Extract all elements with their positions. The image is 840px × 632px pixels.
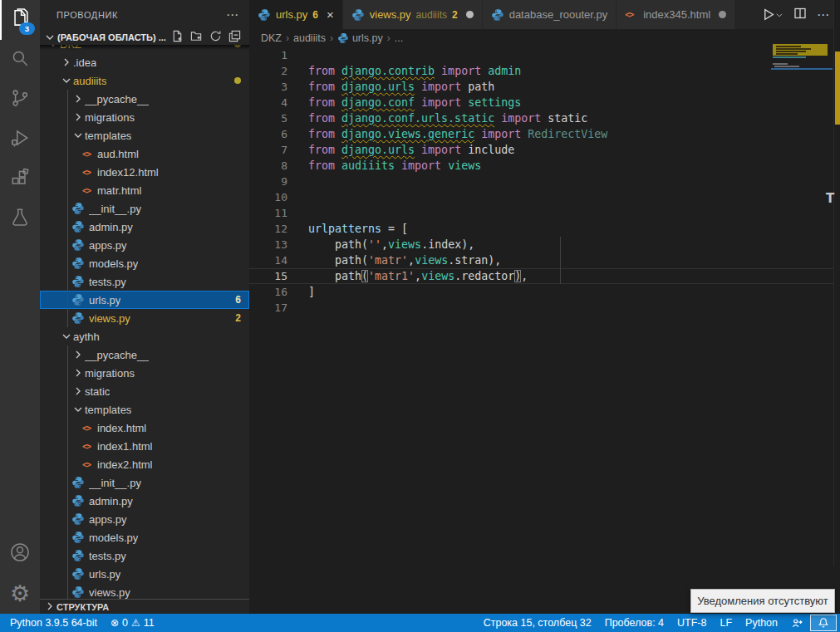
line-number: 3 [249, 79, 287, 95]
status-problems[interactable]: ⊗0⚠11 [104, 614, 161, 632]
code-line-14: 14 path('matr',views.stran), [249, 252, 840, 268]
tab-views-py[interactable]: views.pyaudiiits2 [343, 0, 483, 29]
activity-item-settings[interactable]: ⚙ [0, 574, 40, 614]
tree-file-apps-py[interactable]: apps.py [40, 236, 249, 254]
status-bar: Python 3.9.5 64-bit⊗0⚠11 Строка 15, стол… [0, 614, 840, 632]
tree-file-views-py[interactable]: views.py [40, 583, 249, 600]
tree-folder-audiiits[interactable]: audiiits [40, 71, 249, 90]
explorer-more-actions-icon[interactable]: ⋯ [226, 7, 239, 22]
code-line-1: 1 [249, 47, 840, 63]
tab-label: urls.py [276, 8, 307, 21]
status-language-mode[interactable]: Python [739, 614, 784, 632]
minimap[interactable] [771, 0, 833, 566]
tree-folder--pycache-[interactable]: __pycache__ [40, 90, 249, 108]
tree-file-urls-py[interactable]: urls.py6 [40, 291, 249, 309]
tab-label: views.py [370, 8, 411, 21]
tree-file-models-py[interactable]: models.py [40, 528, 249, 546]
activity-item-run-debug[interactable] [0, 120, 40, 159]
chevron-down-icon [43, 31, 56, 44]
tree-item-label: __pycache__ [85, 349, 149, 361]
status-encoding[interactable]: UTF-8 [671, 614, 713, 632]
dirty-dot-icon[interactable] [466, 11, 474, 18]
tree-file-urls-py[interactable]: urls.py [40, 565, 249, 583]
collapse-all-icon[interactable] [228, 30, 241, 44]
explorer-title: ПРОВОДНИК [56, 10, 118, 20]
chevron-right-icon [71, 348, 85, 361]
tree-folder-dkz[interactable]: DKZ [40, 45, 249, 53]
tab-urls-py[interactable]: urls.py6× [249, 0, 343, 29]
tree-file-aud-html[interactable]: <>aud.html [40, 145, 249, 163]
source-control-icon [9, 87, 31, 112]
activity-item-explorer[interactable]: 3 [0, 0, 40, 40]
status-notifications[interactable] [810, 615, 837, 631]
activity-item-account[interactable] [0, 534, 40, 574]
python-file-icon [71, 549, 85, 562]
tree-item-label: matr.html [97, 184, 141, 197]
tree-folder-templates[interactable]: templates [40, 126, 249, 145]
tree-folder-migrations[interactable]: migrations [40, 364, 249, 382]
overview-ruler[interactable] [833, 0, 840, 566]
tree-file--init-py[interactable]: __init__.py [40, 199, 249, 218]
tree-item-label: templates [85, 404, 131, 416]
tree-file-index12-html[interactable]: <>index12.html [40, 163, 249, 181]
dirty-dot-icon[interactable] [719, 11, 726, 18]
tree-file-tests-py[interactable]: tests.py [40, 272, 249, 291]
outline-section-label: СТРУКТУРА [56, 602, 109, 612]
activity-item-extensions[interactable] [0, 159, 40, 199]
tree-folder-templates[interactable]: templates [40, 400, 249, 419]
tree-item-label: DKZ [60, 45, 81, 51]
chevron-right-icon [60, 56, 73, 69]
breadcrumb: DKZ›audiiits›urls.py›... [249, 29, 840, 47]
activity-item-testing[interactable] [0, 199, 40, 239]
tree-folder--idea[interactable]: .idea [40, 53, 249, 71]
tree-folder-migrations[interactable]: migrations [40, 108, 249, 126]
code-line-16: 16] [249, 284, 840, 300]
tree-folder-static[interactable]: static [40, 382, 249, 400]
tree-file-apps-py[interactable]: apps.py [40, 510, 249, 528]
tree-file-index-html[interactable]: <>index.html [40, 419, 249, 437]
activity-item-search[interactable] [0, 40, 40, 80]
code-line-11: 11 [249, 205, 840, 221]
tree-file-index1-html[interactable]: <>index1.html [40, 437, 249, 455]
tab-index345-html[interactable]: <>index345.html [616, 0, 735, 29]
tree-file-views-py[interactable]: views.py2 [40, 309, 249, 327]
tree-folder--pycache-[interactable]: __pycache__ [40, 345, 249, 364]
tree-folder-aythh[interactable]: aythh [40, 327, 249, 345]
breadcrumb-item[interactable]: urls.py [337, 32, 383, 44]
activity-item-source-control[interactable] [0, 80, 40, 120]
status-indentation[interactable]: Пробелов: 4 [598, 614, 671, 632]
python-file-icon [71, 257, 85, 270]
breadcrumb-item[interactable]: audiiits [293, 32, 326, 44]
breadcrumb-item[interactable]: ... [395, 32, 403, 44]
line-number: 5 [249, 110, 287, 126]
status-feedback[interactable] [784, 614, 810, 632]
tab-label: index345.html [643, 8, 710, 21]
tab-database-roouter-py[interactable]: database_roouter.py [483, 0, 617, 29]
line-number: 15 [249, 268, 287, 284]
breadcrumb-separator: › [286, 32, 289, 44]
workspace-section-header[interactable]: (РАБОЧАЯ ОБЛАСТЬ) ... [40, 29, 249, 45]
tree-file-admin-py[interactable]: admin.py [40, 492, 249, 510]
status-cursor-position[interactable]: Строка 15, столбец 32 [477, 614, 598, 632]
tree-item-label: migrations [85, 111, 135, 124]
line-number: 10 [249, 189, 287, 205]
tree-file-index2-html[interactable]: <>index2.html [40, 455, 249, 473]
new-folder-icon[interactable] [190, 30, 203, 44]
tree-file-admin-py[interactable]: admin.py [40, 218, 249, 236]
breadcrumb-item[interactable]: DKZ [261, 32, 282, 44]
close-icon[interactable]: × [327, 7, 334, 22]
new-file-icon[interactable] [171, 30, 184, 44]
tree-file-matr-html[interactable]: <>matr.html [40, 181, 249, 199]
tree-item-label: urls.py [89, 294, 120, 306]
status-eol[interactable]: LF [713, 614, 739, 632]
outline-section-header[interactable]: СТРУКТУРА [40, 599, 253, 614]
line-number: 11 [249, 205, 287, 221]
refresh-icon[interactable] [209, 30, 222, 44]
chevron-down-icon [71, 129, 85, 142]
feedback-icon [791, 617, 803, 630]
status-interpreter[interactable]: Python 3.9.5 64-bit [3, 614, 104, 632]
code-editor[interactable]: 12from django.contrib import admin3from … [249, 47, 840, 614]
tree-file--init-py[interactable]: __init__.py [40, 473, 249, 492]
tree-file-models-py[interactable]: models.py [40, 254, 249, 272]
tree-file-tests-py[interactable]: tests.py [40, 546, 249, 565]
